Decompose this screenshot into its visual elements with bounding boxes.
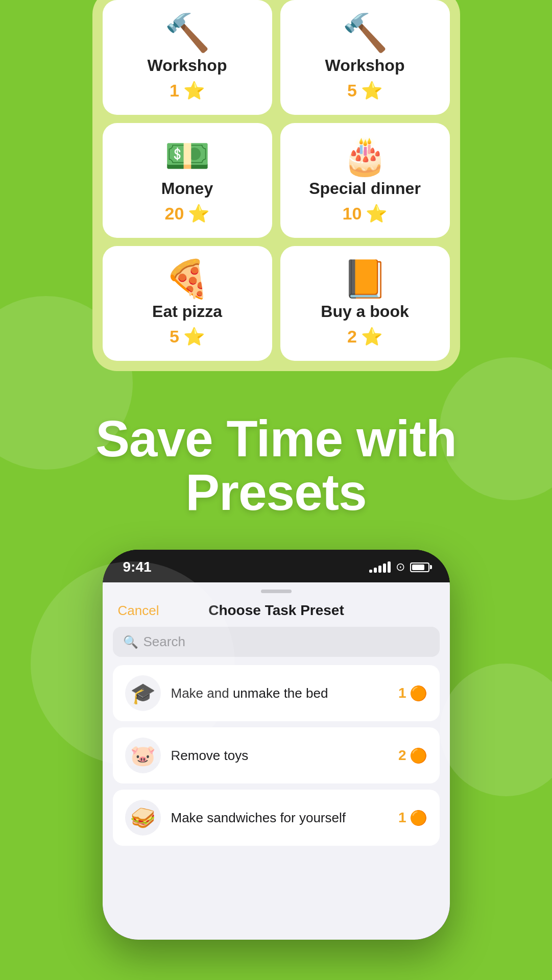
drag-pill bbox=[261, 590, 292, 593]
reward-points-pizza5: 5 ⭐ bbox=[170, 326, 205, 347]
reward-cell-book2[interactable]: 📙 Buy a book 2 ⭐ bbox=[280, 246, 450, 361]
wifi-icon: ⊙ bbox=[396, 560, 405, 574]
task-points-task1: 1 🟠 bbox=[398, 685, 427, 702]
reward-points-value-special10: 10 bbox=[343, 204, 362, 224]
reward-cell-workshop1[interactable]: 🔨 Workshop 1 ⭐ bbox=[103, 0, 272, 115]
reward-emoji-workshop1: 🔨 bbox=[164, 14, 210, 51]
signal-bar-2 bbox=[374, 568, 377, 573]
top-rewards-card: 🔨 Workshop 1 ⭐ 🔨 Workshop 5 ⭐ 💵 Money 20… bbox=[92, 0, 460, 371]
signal-bar-4 bbox=[383, 564, 386, 573]
star-icon-special10: ⭐ bbox=[366, 203, 387, 224]
task-points-value-task1: 1 bbox=[398, 685, 406, 701]
reward-cell-money20[interactable]: 💵 Money 20 ⭐ bbox=[103, 123, 272, 238]
reward-emoji-special10: 🎂 bbox=[342, 137, 388, 174]
task-points-value-task3: 1 bbox=[398, 810, 406, 826]
star-icon-money20: ⭐ bbox=[188, 203, 209, 224]
reward-name-book2: Buy a book bbox=[321, 302, 409, 321]
reward-name-workshop5: Workshop bbox=[325, 56, 405, 75]
reward-points-special10: 10 ⭐ bbox=[343, 203, 388, 224]
reward-emoji-workshop5: 🔨 bbox=[342, 14, 388, 51]
task-star-icon-task1: 🟠 bbox=[410, 685, 427, 702]
task-star-icon-task3: 🟠 bbox=[410, 810, 427, 826]
battery-icon bbox=[410, 562, 429, 572]
status-icons: ⊙ bbox=[369, 560, 429, 574]
star-icon-book2: ⭐ bbox=[361, 326, 382, 347]
reward-name-special10: Special dinner bbox=[309, 179, 421, 198]
reward-points-value-workshop1: 1 bbox=[170, 81, 179, 101]
reward-name-workshop1: Workshop bbox=[148, 56, 227, 75]
task-points-value-task2: 2 bbox=[398, 747, 406, 764]
star-icon-workshop5: ⭐ bbox=[361, 80, 382, 101]
task-avatar-task3: 🥪 bbox=[125, 800, 161, 836]
reward-points-value-workshop5: 5 bbox=[347, 81, 357, 101]
headline-line1: Save Time with bbox=[95, 410, 457, 467]
reward-points-value-book2: 2 bbox=[347, 327, 357, 347]
star-icon-pizza5: ⭐ bbox=[183, 326, 205, 347]
reward-emoji-money20: 💵 bbox=[164, 137, 210, 174]
reward-cell-workshop5[interactable]: 🔨 Workshop 5 ⭐ bbox=[280, 0, 450, 115]
reward-points-workshop1: 1 ⭐ bbox=[170, 80, 205, 101]
battery-fill bbox=[412, 565, 424, 570]
signal-bar-3 bbox=[378, 566, 381, 573]
reward-points-money20: 20 ⭐ bbox=[165, 203, 210, 224]
star-icon-workshop1: ⭐ bbox=[183, 80, 205, 101]
task-item-task3[interactable]: 🥪 Make sandwiches for yourself 1 🟠 bbox=[113, 790, 440, 846]
headline-line2: Presets bbox=[185, 463, 366, 521]
signal-bar-1 bbox=[369, 570, 372, 573]
decorative-blob-3 bbox=[31, 561, 235, 766]
reward-name-pizza5: Eat pizza bbox=[152, 302, 222, 321]
reward-points-value-pizza5: 5 bbox=[170, 327, 179, 347]
signal-bars-icon bbox=[369, 561, 391, 573]
reward-points-workshop5: 5 ⭐ bbox=[347, 80, 382, 101]
task-star-icon-task2: 🟠 bbox=[410, 747, 427, 764]
reward-cell-special10[interactable]: 🎂 Special dinner 10 ⭐ bbox=[280, 123, 450, 238]
task-points-task2: 2 🟠 bbox=[398, 747, 427, 764]
reward-emoji-book2: 📙 bbox=[342, 260, 388, 297]
task-name-task3: Make sandwiches for yourself bbox=[171, 810, 388, 826]
reward-points-book2: 2 ⭐ bbox=[347, 326, 382, 347]
signal-bar-5 bbox=[388, 561, 391, 573]
reward-name-money20: Money bbox=[161, 179, 213, 198]
rewards-grid: 🔨 Workshop 1 ⭐ 🔨 Workshop 5 ⭐ 💵 Money 20… bbox=[103, 0, 450, 361]
task-name-task2: Remove toys bbox=[171, 748, 388, 764]
modal-title: Choose Task Preset bbox=[208, 602, 344, 619]
reward-points-value-money20: 20 bbox=[165, 204, 184, 224]
task-points-task3: 1 🟠 bbox=[398, 810, 427, 826]
reward-emoji-pizza5: 🍕 bbox=[164, 260, 210, 297]
reward-cell-pizza5[interactable]: 🍕 Eat pizza 5 ⭐ bbox=[103, 246, 272, 361]
